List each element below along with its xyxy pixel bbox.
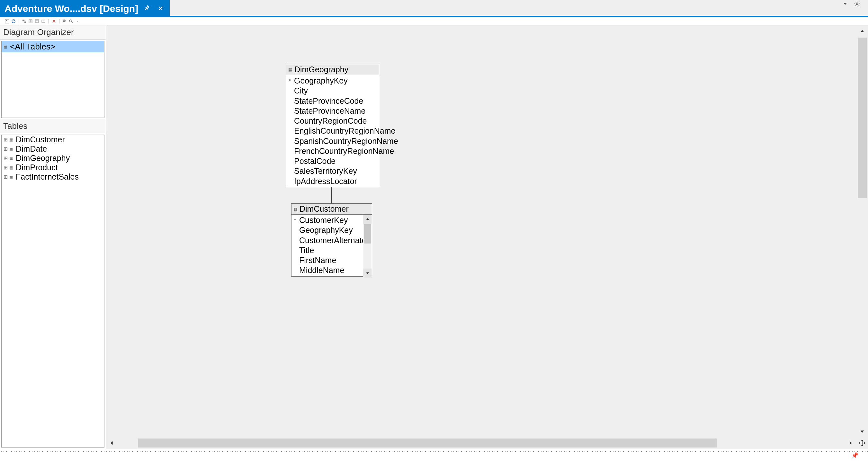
- toolbar-refresh-icon[interactable]: [11, 19, 16, 24]
- toolbar-delete-icon[interactable]: [52, 19, 57, 24]
- erd-table-dimgeography[interactable]: ▦ DimGeography GeographyKey City StatePr…: [286, 64, 379, 187]
- toolbar-find-icon[interactable]: [68, 19, 73, 24]
- erd-column[interactable]: GeographyKey: [291, 225, 362, 235]
- table-item-label: DimDate: [16, 144, 47, 154]
- erd-column[interactable]: CustomerKey: [291, 215, 362, 225]
- erd-column[interactable]: Title: [291, 245, 362, 255]
- canvas-vscroll[interactable]: [857, 25, 868, 437]
- scroll-down-icon[interactable]: [857, 426, 868, 437]
- diagram-item-all-tables[interactable]: ▦ <All Tables>: [2, 41, 104, 53]
- gear-icon[interactable]: [853, 0, 861, 8]
- tab-title: Adventure Wo....dsv [Design]: [4, 3, 138, 14]
- table-item-label: DimCustomer: [16, 135, 65, 144]
- left-pane: Diagram Organizer ▦ <All Tables> Tables …: [0, 25, 106, 449]
- toolbar-new-diagram-icon[interactable]: [22, 19, 27, 24]
- tab-active-dsv-design[interactable]: Adventure Wo....dsv [Design]: [0, 0, 170, 17]
- erd-table-scrollbar[interactable]: [363, 215, 372, 277]
- scroll-down-icon[interactable]: [363, 269, 372, 277]
- tree-toggle-icon[interactable]: ⊞: [3, 155, 7, 161]
- scroll-up-icon[interactable]: [857, 25, 868, 37]
- tab-strip: Adventure Wo....dsv [Design]: [0, 0, 868, 17]
- svg-point-10: [69, 20, 72, 22]
- tree-toggle-icon[interactable]: ⊞: [3, 174, 7, 180]
- erd-table-title[interactable]: ▦ DimGeography: [286, 64, 379, 75]
- table-icon: ▦: [9, 175, 14, 179]
- scroll-right-icon[interactable]: [845, 437, 857, 449]
- erd-table-body: CustomerKey GeographyKey CustomerAlterna…: [291, 215, 372, 277]
- erd-column[interactable]: MiddleName: [291, 265, 362, 275]
- tree-toggle-icon[interactable]: ⊞: [3, 146, 7, 152]
- table-item-dimdate[interactable]: ⊞▦DimDate: [2, 144, 104, 154]
- scroll-thumb[interactable]: [364, 224, 371, 243]
- erd-column[interactable]: CustomerAlternateKey: [291, 235, 362, 245]
- diagram-icon: ▦: [3, 45, 8, 49]
- table-item-dimcustomer[interactable]: ⊞▦DimCustomer: [2, 135, 104, 144]
- svg-point-0: [856, 3, 858, 5]
- svg-rect-7: [42, 20, 45, 23]
- scroll-thumb[interactable]: [138, 438, 717, 448]
- erd-column[interactable]: SalesTerritoryKey: [286, 166, 379, 176]
- table-icon: ▦: [9, 156, 14, 161]
- pan-icon[interactable]: [857, 437, 868, 449]
- toolbar-show-table-icon[interactable]: [41, 19, 46, 24]
- toolbar-new-named-calc-icon[interactable]: [34, 19, 39, 24]
- output-panel-header[interactable]: Output 📌: [0, 452, 868, 461]
- table-item-label: DimGeography: [16, 154, 70, 163]
- toolbar-zoom-fit-icon[interactable]: [62, 19, 67, 24]
- toolstrip-right: [842, 0, 868, 8]
- erd-table-body: GeographyKey City StateProvinceCode Stat…: [286, 75, 379, 187]
- table-item-factinternetsales[interactable]: ⊞▦FactInternetSales: [2, 172, 104, 182]
- diagram-list[interactable]: ▦ <All Tables>: [1, 41, 104, 118]
- erd-column[interactable]: StateProvinceName: [286, 106, 379, 116]
- tables-header: Tables: [0, 119, 106, 133]
- svg-rect-2: [6, 20, 7, 21]
- erd-column[interactable]: IpAddressLocator: [286, 176, 379, 186]
- erd-column[interactable]: FrenchCountryRegionName: [286, 146, 379, 156]
- table-item-dimgeography[interactable]: ⊞▦DimGeography: [2, 154, 104, 163]
- dsv-toolbar: ·: [0, 17, 868, 25]
- diagram-item-label: <All Tables>: [10, 42, 55, 52]
- dsv-canvas-wrap: ▦ DimGeography GeographyKey City StatePr…: [106, 25, 868, 449]
- scroll-left-icon[interactable]: [106, 437, 118, 449]
- panel-splitter[interactable]: [0, 449, 868, 452]
- erd-column[interactable]: CountryRegionCode: [286, 116, 379, 126]
- canvas-hscroll[interactable]: [106, 437, 868, 449]
- tree-toggle-icon[interactable]: ⊞: [3, 164, 7, 171]
- erd-column[interactable]: City: [286, 86, 379, 96]
- pin-icon[interactable]: [143, 3, 152, 13]
- erd-table-title-text: DimCustomer: [300, 204, 349, 213]
- svg-rect-9: [64, 20, 65, 22]
- scroll-thumb[interactable]: [858, 38, 867, 198]
- erd-column[interactable]: SpanishCountryRegionName: [286, 136, 379, 146]
- tree-toggle-icon[interactable]: ⊞: [3, 136, 7, 143]
- erd-column[interactable]: FirstName: [291, 255, 362, 265]
- toolbar-layout-icon[interactable]: [4, 19, 10, 24]
- content-split: Diagram Organizer ▦ <All Tables> Tables …: [0, 25, 868, 449]
- erd-column[interactable]: GeographyKey: [286, 76, 379, 86]
- erd-table-dimcustomer[interactable]: ▦ DimCustomer CustomerKey GeographyKey C…: [291, 203, 372, 276]
- erd-column[interactable]: StateProvinceCode: [286, 96, 379, 106]
- pin-icon[interactable]: 📌: [851, 452, 858, 459]
- svg-point-8: [63, 20, 65, 22]
- erd-column[interactable]: EnglishCountryRegionName: [286, 126, 379, 136]
- table-item-label: DimProduct: [16, 163, 58, 172]
- erd-table-title[interactable]: ▦ DimCustomer: [291, 204, 372, 215]
- toolbar-overflow-icon[interactable]: ·: [75, 19, 80, 24]
- close-icon[interactable]: [156, 3, 165, 13]
- table-icon: ▦: [9, 137, 14, 142]
- erd-column[interactable]: LastName: [291, 276, 362, 278]
- svg-rect-4: [24, 22, 26, 23]
- svg-rect-5: [29, 20, 32, 23]
- tab-well: Adventure Wo....dsv [Design]: [0, 0, 170, 17]
- scroll-up-icon[interactable]: [363, 215, 372, 224]
- table-icon: ▦: [9, 165, 14, 170]
- svg-rect-3: [23, 20, 24, 21]
- table-icon: ▦: [9, 147, 14, 151]
- dsv-canvas[interactable]: ▦ DimGeography GeographyKey City StatePr…: [106, 25, 857, 437]
- erd-column[interactable]: PostalCode: [286, 156, 379, 166]
- tables-list[interactable]: ⊞▦DimCustomer ⊞▦DimDate ⊞▦DimGeography ⊞…: [1, 135, 104, 448]
- table-item-dimproduct[interactable]: ⊞▦DimProduct: [2, 163, 104, 172]
- table-item-label: FactInternetSales: [16, 172, 79, 182]
- toolbar-new-named-query-icon[interactable]: [28, 19, 33, 24]
- window-dropdown-icon[interactable]: [842, 1, 848, 7]
